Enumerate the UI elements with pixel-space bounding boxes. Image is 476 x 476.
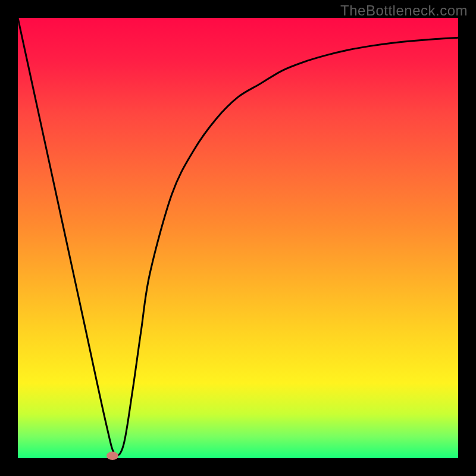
bottleneck-curve — [18, 18, 458, 455]
minimum-marker — [107, 452, 118, 460]
watermark-text: TheBottleneck.com — [340, 2, 468, 19]
plot-area — [18, 18, 458, 458]
chart-frame: TheBottleneck.com — [0, 0, 476, 476]
curve-svg — [18, 18, 458, 458]
